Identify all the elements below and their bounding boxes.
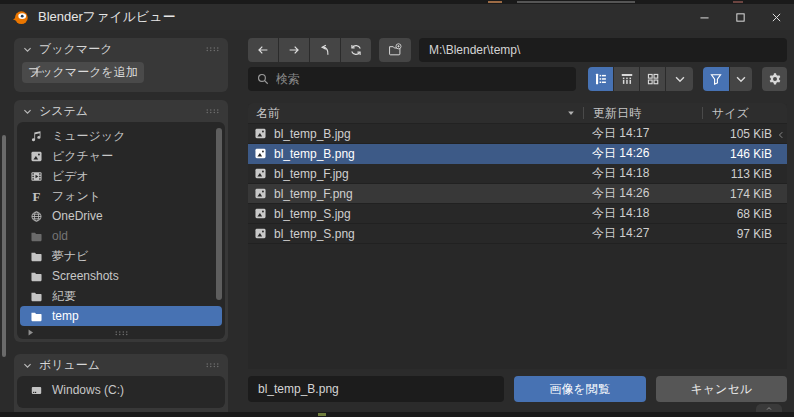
file-name-label: bl_temp_F.jpg: [274, 167, 349, 181]
file-name-label: bl_temp_F.png: [274, 187, 353, 201]
new-folder-button[interactable]: [379, 38, 411, 62]
window-title: Blenderファイルビュー: [38, 8, 176, 26]
chevron-down-icon: [22, 106, 33, 117]
open-image-button[interactable]: 画像を閲覧: [514, 376, 646, 402]
resize-grip-icon[interactable]: [114, 329, 129, 337]
sidebar-list-item[interactable]: OneDrive: [20, 206, 222, 226]
back-button[interactable]: [248, 38, 278, 62]
dialog-body: ブックマーク ブックマークを追加 システム ミュージック ピクチャー: [0, 30, 794, 412]
view-horizontal-list-button[interactable]: [614, 67, 639, 91]
file-row[interactable]: bl_temp_B.png 今日 14:26 146 KiB: [248, 144, 787, 164]
image-file-icon: [253, 206, 268, 221]
sidebar-scrollbar[interactable]: [2, 135, 6, 357]
list-item-label: old: [52, 229, 68, 243]
triangle-right-icon[interactable]: [26, 328, 35, 337]
system-panel-header[interactable]: システム: [14, 100, 228, 122]
sidebar-list-item[interactable]: 紀要: [20, 286, 222, 306]
column-header-name[interactable]: 名前: [248, 105, 583, 122]
image-file-icon: [253, 146, 268, 161]
file-row[interactable]: bl_temp_S.jpg 今日 14:18 68 KiB: [248, 204, 787, 224]
grip-handle-icon[interactable]: [205, 107, 220, 115]
file-name-cell: bl_temp_B.jpg: [248, 126, 583, 141]
sidebar-list-item[interactable]: 夢ナビ: [20, 246, 222, 266]
file-list-area: 名前 更新日時 サイズ bl_temp_B.jpg 今日 14:17 105 K…: [248, 103, 787, 369]
search-input[interactable]: [248, 67, 576, 91]
system-panel: システム ミュージック ピクチャー ビデオ F フォント OneDrive ol…: [14, 100, 228, 342]
view-vertical-list-button[interactable]: [588, 67, 613, 91]
filter-settings-dropdown[interactable]: [730, 67, 752, 91]
titlebar[interactable]: Blenderファイルビュー: [0, 4, 794, 30]
file-row[interactable]: bl_temp_B.jpg 今日 14:17 105 KiB: [248, 124, 787, 144]
list-item-icon: [29, 383, 44, 398]
add-bookmark-button[interactable]: ブックマークを追加: [22, 62, 144, 83]
browser-settings-button[interactable]: [762, 67, 787, 91]
column-header-name-label: 名前: [256, 105, 280, 122]
display-settings-dropdown[interactable]: [666, 67, 693, 91]
maximize-button[interactable]: [722, 4, 758, 30]
list-item-label: Windows (C:): [52, 383, 124, 397]
file-size-cell: 113 KiB: [702, 167, 787, 181]
file-date-cell: 今日 14:17: [583, 125, 702, 142]
list-item-icon: [29, 169, 44, 184]
list-item-label: 紀要: [52, 288, 76, 305]
volumes-panel-header[interactable]: ボリューム: [14, 354, 228, 376]
sidebar-list-item[interactable]: ピクチャー: [20, 146, 222, 166]
column-header-size[interactable]: サイズ: [703, 105, 787, 122]
sidebar-list-item[interactable]: temp: [20, 306, 222, 326]
file-size-cell: 105 KiB: [702, 127, 787, 141]
up-directory-button[interactable]: [310, 38, 340, 62]
list-item-label: ミュージック: [52, 128, 125, 145]
file-row[interactable]: bl_temp_F.png 今日 14:26 174 KiB: [248, 184, 787, 204]
file-date-cell: 今日 14:18: [583, 165, 702, 182]
region-corner-arrow-icon[interactable]: [776, 129, 786, 141]
background-speck: [488, 1, 502, 3]
minimize-button[interactable]: [686, 4, 722, 30]
file-name-cell: bl_temp_S.jpg: [248, 206, 583, 221]
system-panel-title: システム: [39, 103, 88, 120]
background-window-sliver-bottom: [0, 412, 794, 417]
file-name-cell: bl_temp_S.png: [248, 226, 583, 241]
bookmarks-panel-title: ブックマーク: [39, 41, 112, 58]
list-item-label: OneDrive: [52, 209, 103, 223]
refresh-button[interactable]: [341, 38, 371, 62]
system-list-scrollbar[interactable]: [216, 128, 222, 300]
list-item-icon: [29, 269, 44, 284]
file-name-cell: bl_temp_F.png: [248, 186, 583, 201]
list-item-label: 夢ナビ: [52, 248, 89, 265]
sidebar-list-item[interactable]: Screenshots: [20, 266, 222, 286]
grip-handle-icon[interactable]: [205, 45, 220, 53]
system-list: ミュージック ピクチャー ビデオ F フォント OneDrive old 夢ナビ…: [17, 122, 225, 339]
collapsed-region-tab[interactable]: [756, 404, 782, 412]
sidebar-list-item[interactable]: ミュージック: [20, 126, 222, 146]
file-size-cell: 146 KiB: [702, 147, 787, 161]
sidebar-list-item[interactable]: ビデオ: [20, 166, 222, 186]
forward-button[interactable]: [279, 38, 309, 62]
filter-toggle-button[interactable]: [703, 67, 729, 91]
path-input[interactable]: [419, 38, 787, 62]
cancel-button[interactable]: キャンセル: [656, 376, 788, 402]
column-header-date[interactable]: 更新日時: [584, 105, 702, 122]
search-icon: [256, 72, 270, 86]
sidebar-list-item[interactable]: Windows (C:): [20, 380, 222, 400]
file-row[interactable]: bl_temp_S.png 今日 14:27 97 KiB: [248, 224, 787, 244]
file-browser-main: 名前 更新日時 サイズ bl_temp_B.jpg 今日 14:17 105 K…: [240, 30, 794, 412]
sidebar-list-item[interactable]: old: [20, 226, 222, 246]
filename-input[interactable]: [248, 376, 504, 402]
grip-handle-icon[interactable]: [205, 361, 220, 369]
sidebar: ブックマーク ブックマークを追加 システム ミュージック ピクチャー: [0, 30, 240, 412]
file-name-label: bl_temp_B.png: [274, 147, 355, 161]
chevron-down-icon: [22, 360, 33, 371]
image-file-icon: [253, 226, 268, 241]
list-item-icon: [29, 289, 44, 304]
plus-icon: [30, 65, 44, 79]
chevron-down-icon: [22, 44, 33, 55]
bookmarks-panel-header[interactable]: ブックマーク: [14, 38, 228, 60]
view-thumbnails-button[interactable]: [640, 67, 665, 91]
blender-logo-icon: [12, 9, 29, 26]
file-size-cell: 97 KiB: [702, 227, 787, 241]
sidebar-list-item[interactable]: F フォント: [20, 186, 222, 206]
file-row[interactable]: bl_temp_F.jpg 今日 14:18 113 KiB: [248, 164, 787, 184]
background-speck: [517, 1, 635, 3]
volumes-panel-title: ボリューム: [39, 357, 100, 374]
close-button[interactable]: [758, 4, 794, 30]
